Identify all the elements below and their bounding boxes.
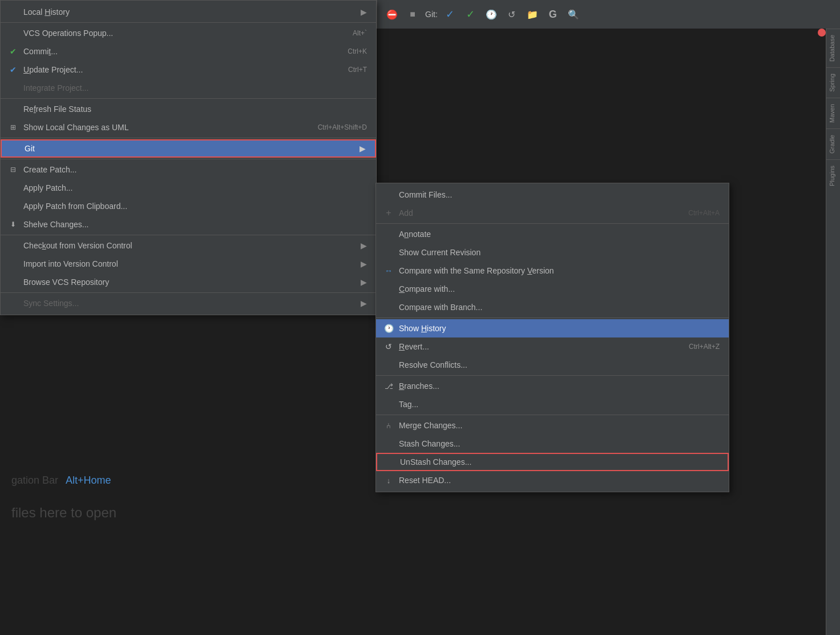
spring-tab[interactable]: Spring [826,67,840,98]
compare-same-version-item[interactable]: ↔ Compare with the Same Repository Versi… [376,262,729,280]
git-item[interactable]: Git ▶ [1,139,376,158]
plugins-tab[interactable]: Plugins [826,159,840,192]
translate-icon[interactable]: G [545,6,561,22]
local-history-item[interactable]: Local History ▶ [1,3,376,21]
merge-icon: ⑃ [383,421,394,430]
commit-check-icon: ✔ [7,47,19,56]
update-project-shortcut: Ctrl+T [348,66,367,74]
checkout-label: Checkout from Version Control [23,241,132,250]
reset-head-item[interactable]: ↓ Reset HEAD... [376,471,729,489]
branches-icon: ⎇ [383,382,394,391]
toolbar: ⛔ ■ Git: ✓ ✓ 🕐 ↺ 📁 G 🔍 [377,0,840,29]
maven-tab[interactable]: Maven [826,98,840,128]
apply-patch-item[interactable]: Apply Patch... [1,179,376,197]
merge-changes-item[interactable]: ⑃ Merge Changes... [376,416,729,435]
browse-vcs-label: Browse VCS Repository [23,278,109,287]
separator-4 [1,159,376,159]
nav-bar-shortcut: Alt+Home [66,475,111,486]
database-tab[interactable]: Database [826,29,840,67]
checkout-item[interactable]: Checkout from Version Control ▶ [1,236,376,255]
show-current-revision-item[interactable]: Show Current Revision [376,243,729,262]
sync-settings-item[interactable]: Sync Settings... ▶ [1,294,376,312]
shelve-icon: ⬇ [7,220,19,228]
show-history-item[interactable]: 🕐 Show History [376,319,729,337]
branches-item[interactable]: ⎇ Branches... [376,377,729,395]
revert-shortcut: Ctrl+Alt+Z [689,343,720,351]
sub-separator-1 [376,223,729,224]
notification-badge [818,29,826,37]
compare-with-label: Compare with... [399,284,455,294]
gradle-tab[interactable]: Gradle [826,128,840,159]
show-local-changes-label: Show Local Changes as UML [23,123,128,132]
show-local-changes-item[interactable]: ⊞ Show Local Changes as UML Ctrl+Alt+Shi… [1,118,376,136]
import-vcs-label: Import into Version Control [23,259,118,268]
uml-icon: ⊞ [7,123,19,131]
nav-bar-hint: gation Bar Alt+Home [11,475,111,487]
stash-changes-item[interactable]: Stash Changes... [376,435,729,453]
merge-changes-label: Merge Changes... [399,421,462,430]
vcs-operations-popup-item[interactable]: VCS Operations Popup... Alt+` [1,24,376,42]
history-icon[interactable]: 🕐 [483,6,499,22]
compare-with-branch-label: Compare with Branch... [399,303,482,312]
stop-icon[interactable]: ■ [405,6,421,22]
branches-label: Branches... [399,381,439,391]
update-project-icon[interactable]: ✓ [442,6,458,22]
browse-vcs-item[interactable]: Browse VCS Repository ▶ [1,273,376,291]
update-project-item[interactable]: ✔ Update Project... Ctrl+T [1,61,376,79]
commit-files-item[interactable]: Commit Files... [376,186,729,204]
create-patch-item[interactable]: ⊟ Create Patch... [1,160,376,179]
git-submenu: Commit Files... + Add Ctrl+Alt+A Annotat… [375,183,729,492]
git-label: Git: [425,10,438,19]
plus-icon: + [383,208,394,218]
reset-icon: ↓ [383,476,394,485]
apply-patch-clipboard-label: Apply Patch from Clipboard... [23,202,127,211]
import-vcs-item[interactable]: Import into Version Control ▶ [1,255,376,273]
nav-bar-text: gation Bar [11,475,58,486]
unstash-changes-label: UnStash Changes... [400,457,471,467]
vcs-operations-label: VCS Operations Popup... [23,29,113,38]
resolve-conflicts-item[interactable]: Resolve Conflicts... [376,356,729,374]
integrate-project-label: Integrate Project... [23,83,88,93]
right-sidebar: Database Spring Maven Gradle Plugins [826,29,840,635]
submenu-arrow: ▶ [361,7,367,17]
revert-icon: ↺ [383,342,394,351]
show-current-revision-label: Show Current Revision [399,248,480,257]
revert-item[interactable]: ↺ Revert... Ctrl+Alt+Z [376,337,729,356]
commit-item[interactable]: ✔ Commit... Ctrl+K [1,42,376,61]
vcs-dropdown-menu: Local History ▶ VCS Operations Popup... … [0,0,377,315]
commit-label: Commit... [23,47,58,56]
compare-arrow-icon: ↔ [383,266,394,275]
vcs-operations-shortcut: Alt+` [353,29,367,37]
add-shortcut: Ctrl+Alt+A [688,209,720,217]
search-icon[interactable]: 🔍 [566,6,581,22]
revert-label: Revert... [399,342,429,351]
compare-with-branch-item[interactable]: Compare with Branch... [376,298,729,316]
apply-patch-clipboard-item[interactable]: Apply Patch from Clipboard... [1,197,376,215]
compare-same-version-label: Compare with the Same Repository Version [399,266,554,275]
history-icon: 🕐 [383,324,394,333]
browse-icon[interactable]: 📁 [524,6,540,22]
separator-6 [1,292,376,293]
show-local-changes-shortcut: Ctrl+Alt+Shift+D [318,123,367,131]
add-item[interactable]: + Add Ctrl+Alt+A [376,204,729,222]
browse-vcs-arrow: ▶ [361,278,367,287]
revert-icon[interactable]: ↺ [504,6,520,22]
refresh-file-status-label: Refresh File Status [23,105,91,114]
shelve-changes-item[interactable]: ⬇ Shelve Changes... [1,215,376,234]
compare-with-item[interactable]: Compare with... [376,280,729,298]
separator-5 [1,235,376,235]
integrate-project-item[interactable]: Integrate Project... [1,79,376,97]
reset-head-label: Reset HEAD... [399,476,451,485]
create-patch-label: Create Patch... [23,165,76,174]
commit-files-label: Commit Files... [399,190,452,199]
patch-icon: ⊟ [7,166,19,174]
refresh-file-status-item[interactable]: Refresh File Status [1,100,376,118]
commit-icon[interactable]: ⛔ [384,6,400,22]
annotate-label: Annotate [399,230,431,239]
annotate-item[interactable]: Annotate [376,225,729,243]
apply-patch-label: Apply Patch... [23,183,72,192]
tag-item[interactable]: Tag... [376,395,729,413]
commit-shortcut: Ctrl+K [348,47,367,55]
commit-icon-green[interactable]: ✓ [463,6,479,22]
unstash-changes-item[interactable]: UnStash Changes... [376,453,729,471]
